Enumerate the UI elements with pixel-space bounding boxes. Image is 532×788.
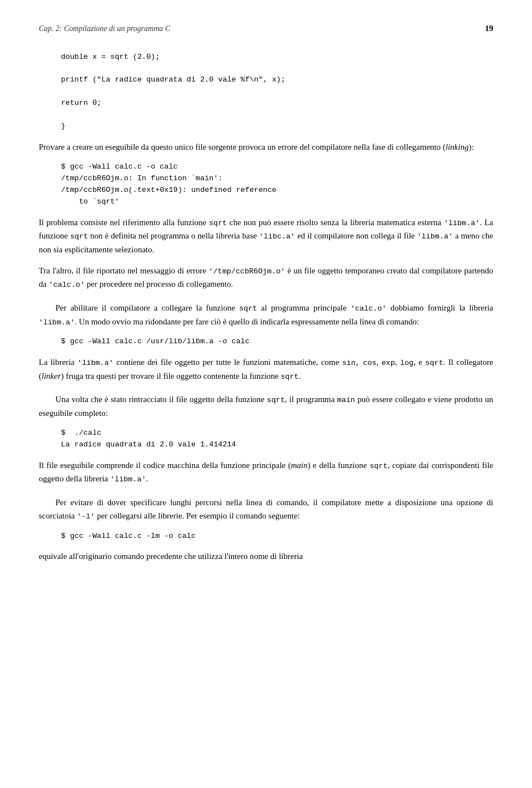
para4-text3: dobbiamo fornirgli la libreria: [386, 303, 493, 312]
para9-text: equivale all'originario comando preceden…: [39, 552, 303, 561]
para8-code1: '-l': [77, 512, 95, 521]
para5-text5: , e: [413, 358, 425, 367]
para2-code3: sqrt: [70, 232, 88, 241]
para4-code2: 'calc.o': [351, 304, 387, 313]
page: Cap. 2: Compilazione di un programma C 1…: [0, 0, 532, 788]
para5-text8: .: [299, 372, 301, 380]
para6-text2: , il programma: [285, 395, 337, 404]
para4-text4: . Un modo ovvio ma ridondante per fare c…: [75, 317, 419, 326]
code-block-5: $ gcc -Wall calc.c -lm -o calc: [61, 531, 493, 542]
para2-code4: 'libc.a': [259, 232, 295, 241]
code-block-3: $ gcc -Wall calc.c /usr/lib/libm.a -o ca…: [61, 336, 493, 348]
para5-em: linker: [42, 372, 61, 380]
para5-code1: 'libm.a': [78, 359, 114, 367]
paragraph-7: Il file eseguibile comprende il codice m…: [39, 459, 493, 486]
para5-code3: cos: [363, 359, 376, 367]
para2-text2: che non può essere risolto senza la libr…: [227, 218, 444, 227]
para7-text4: .: [146, 474, 149, 483]
paragraph-1: Provare a creare un eseguibile da questo…: [39, 140, 493, 154]
para4-text1: Per abilitare il compilatore a collegare…: [55, 303, 239, 312]
paragraph-9: equivale all'originario comando preceden…: [39, 550, 493, 563]
para8-text2: per collegarsi alle librerie. Per esempi…: [95, 511, 300, 520]
para5-code7: sqrt: [281, 373, 299, 381]
para7-code1: sqrt: [370, 462, 387, 470]
para3-text3: per procedere nel processo di collegamen…: [85, 279, 233, 288]
para4-code3: 'libm.a': [39, 318, 75, 327]
paragraph-3: Tra l'altro, il file riportato nel messa…: [39, 264, 493, 291]
para7-em: main: [291, 461, 308, 470]
code-block-1: double x = sqrt (2.0); printf ("La radic…: [61, 52, 493, 133]
para7-text1: Il file eseguibile comprende il codice m…: [39, 461, 291, 470]
para3-text1: Tra l'altro, il file riportato nel messa…: [39, 266, 209, 275]
paragraph-8: Per evitare di dover specificare lunghi …: [39, 496, 493, 523]
paragraph-6: Una volta che è stato rintracciato il fi…: [39, 393, 493, 420]
para6-text1: Una volta che è stato rintracciato il fi…: [55, 395, 267, 404]
para1-text: Provare a creare un eseguibile da questo…: [39, 143, 446, 151]
para5-code2: sin,: [342, 359, 360, 367]
para2-code5: 'libm.a': [417, 232, 453, 241]
chapter-title: Cap. 2: Compilazione di un programma C: [39, 23, 170, 34]
para5-code6: sqrt: [425, 359, 443, 367]
para5-code4: exp: [381, 359, 395, 367]
para5-text7: ) fruga tra questi per trovare il file o…: [61, 372, 281, 380]
para5-text4: ,: [395, 358, 400, 367]
code-block-4: $ ./calc La radice quadrata di 2.0 vale …: [61, 428, 493, 451]
code-block-2: $ gcc -Wall calc.c -o calc /tmp/ccbR6Ojm…: [61, 161, 493, 208]
para2-text1: Il problema consiste nel riferimento all…: [39, 218, 209, 227]
para2-text4: non è definita nel programma o nella lib…: [88, 231, 259, 240]
para7-text2: ) e della funzione: [308, 461, 370, 470]
page-number: 19: [485, 22, 493, 35]
page-header: Cap. 2: Compilazione di un programma C 1…: [39, 22, 493, 35]
para3-code2: 'calc.o': [49, 281, 85, 289]
para4-text2: al programma principale: [257, 303, 351, 312]
para5-text2: contiene dei file oggetto per tutte le f…: [114, 358, 342, 367]
paragraph-5: La libreria 'libm.a' contiene dei file o…: [39, 355, 493, 383]
para6-code1: sqrt: [267, 396, 285, 404]
paragraph-2: Il problema consiste nel riferimento all…: [39, 216, 493, 256]
para2-code1: sqrt: [209, 219, 227, 227]
para5-text1: La libreria: [39, 358, 78, 367]
para7-code2: 'libm.a': [110, 475, 146, 484]
para6-code2: main: [337, 396, 355, 404]
para1-end: ):: [469, 143, 474, 151]
para4-code1: sqrt: [239, 304, 257, 313]
paragraph-4: Per abilitare il compilatore a collegare…: [39, 301, 493, 328]
para2-code2: 'libm.a': [444, 219, 480, 227]
para5-code5: log: [400, 359, 413, 367]
para2-text5: ed il compilatore non collega il file: [295, 231, 417, 240]
para1-em: linking: [446, 143, 469, 151]
para3-code1: '/tmp/ccbR6Ojm.o': [209, 267, 285, 276]
